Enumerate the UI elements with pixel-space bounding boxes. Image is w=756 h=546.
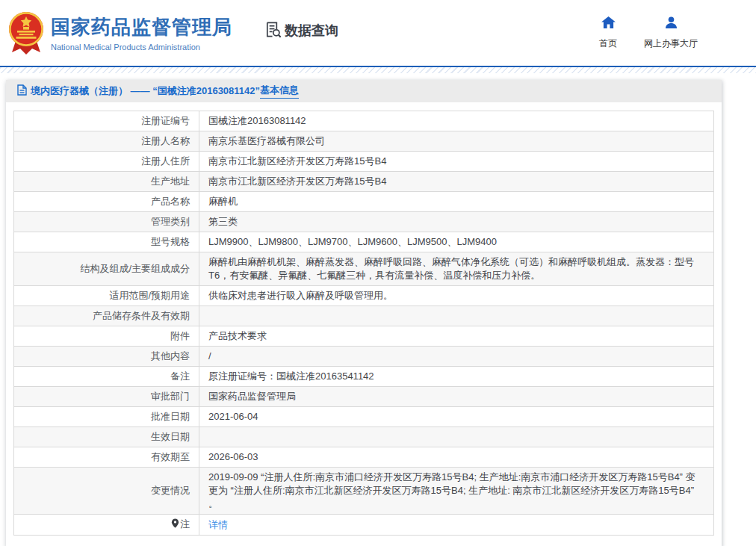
row-value: 麻醉机 [199,192,714,212]
row-label: 有效期至 [14,447,199,468]
table-row: 注册人名称 南京乐基医疗器械有限公司 [14,131,714,152]
table-row: 其他内容 / [14,347,714,367]
nav-home[interactable]: 首页 [599,16,617,50]
data-query-entry[interactable]: 数据查询 [264,20,338,42]
row-label: 注册人住所 [14,152,199,172]
table-row: 适用范围/预期用途 供临床对患者进行吸入麻醉及呼吸管理用。 [14,286,714,306]
data-query-label: 数据查询 [285,22,338,40]
nav-service-hall-label: 网上办事大厅 [644,37,698,50]
table-row: 生效日期 [14,427,714,447]
breadcrumb: 境内医疗器械（注册） —— “国械注准20163081142” 基本信息 [6,80,722,102]
row-label: 变更情况 [14,468,199,515]
breadcrumb-current: 基本信息 [260,84,299,99]
table-row: 产品储存条件及有效期 [14,306,714,326]
row-value: 第三类 [199,212,714,232]
table-row: 变更情况 2019-09-09 “注册人住所:南京市浦口经济开发区万寿路15号B… [14,468,714,515]
table-row: 审批部门 国家药品监督管理局 [14,387,714,407]
row-value: 详情 [199,515,714,536]
site-subtitle: National Medical Products Administration [51,43,232,52]
row-value: / [199,347,714,367]
table-row: 注册人住所 南京市江北新区经济开发区万寿路15号B4 [14,152,714,172]
site-title: 国家药品监督管理局 [51,14,232,40]
site-title-block: 国家药品监督管理局 National Medical Products Admi… [51,14,232,52]
table-row: 附件 产品技术要求 [14,326,714,347]
row-label: 生产地址 [14,172,199,192]
row-label: 批准日期 [14,407,199,427]
table-row: 有效期至 2026-06-03 [14,447,714,468]
user-icon [664,16,678,32]
pin-icon [171,518,179,532]
row-label: 注 [14,515,199,536]
document-icon [17,84,31,99]
table-row: 型号规格 LJM9900、LJM9800、LJM9700、LJM9600、LJM… [14,232,714,252]
row-label: 生效日期 [14,427,199,447]
table-row: 生产地址 南京市江北新区经济开发区万寿路15号B4 [14,172,714,192]
row-label: 型号规格 [14,232,199,252]
details-link[interactable]: 详情 [208,519,228,530]
nav-service-hall[interactable]: 网上办事大厅 [644,16,698,50]
breadcrumb-text: 境内医疗器械（注册） —— “国械注准20163081142” [31,84,260,98]
row-value: 国家药品监督管理局 [199,387,714,407]
row-label: 管理类别 [14,212,199,232]
hatch-band [0,67,756,73]
row-value [199,427,714,447]
top-nav: 首页 网上办事大厅 [599,16,698,50]
table-row: 管理类别 第三类 [14,212,714,232]
row-value: LJM9900、LJM9800、LJM9700、LJM9600、LJM9500、… [199,232,714,252]
row-value: 国械注准20163081142 [199,111,714,131]
row-label: 其他内容 [14,347,199,367]
table-row: 注 详情 [14,515,714,536]
table-row: 结构及组成/主要组成成分 麻醉机由麻醉机机架、麻醉蒸发器、麻醉呼吸回路、麻醉气体… [14,252,714,286]
row-label: 注册证编号 [14,111,199,131]
nav-home-label: 首页 [599,37,617,50]
row-label: 备注 [14,367,199,387]
table-row: 批准日期 2021-06-04 [14,407,714,427]
row-value: 2019-09-09 “注册人住所:南京市浦口经济开发区万寿路15号B4; 生产… [199,468,714,515]
content-panel: 境内医疗器械（注册） —— “国械注准20163081142” 基本信息 注册证… [6,80,722,546]
registration-detail-table: 注册证编号 国械注准20163081142 注册人名称 南京乐基医疗器械有限公司… [13,111,714,536]
row-value: 2026-06-03 [199,447,714,468]
row-value: 2021-06-04 [199,407,714,427]
national-emblem-logo[interactable] [7,10,45,55]
table-row: 备注 原注册证编号：国械注准20163541142 [14,367,714,387]
row-value [199,306,714,326]
site-header: 国家药品监督管理局 National Medical Products Admi… [0,0,756,66]
row-label: 产品储存条件及有效期 [14,306,199,326]
row-label: 产品名称 [14,192,199,212]
table-row: 产品名称 麻醉机 [14,192,714,212]
row-label: 审批部门 [14,387,199,407]
table-row: 注册证编号 国械注准20163081142 [14,111,714,131]
row-value: 原注册证编号：国械注准20163541142 [199,367,714,387]
row-label: 附件 [14,326,199,347]
row-value: 麻醉机由麻醉机机架、麻醉蒸发器、麻醉呼吸回路、麻醉气体净化系统（可选）和麻醉呼吸… [199,252,714,286]
row-label: 适用范围/预期用途 [14,286,199,306]
row-value: 南京乐基医疗器械有限公司 [199,131,714,152]
row-value: 供临床对患者进行吸入麻醉及呼吸管理用。 [199,286,714,306]
page: 国家药品监督管理局 National Medical Products Admi… [0,0,756,546]
row-value: 产品技术要求 [199,326,714,347]
doc-search-icon [264,20,282,42]
row-value: 南京市江北新区经济开发区万寿路15号B4 [199,152,714,172]
home-icon [601,16,616,32]
row-label: 注册人名称 [14,131,199,152]
row-label: 结构及组成/主要组成成分 [14,252,199,286]
detail-table-wrap: 注册证编号 国械注准20163081142 注册人名称 南京乐基医疗器械有限公司… [6,102,722,536]
row-value: 南京市江北新区经济开发区万寿路15号B4 [199,172,714,192]
